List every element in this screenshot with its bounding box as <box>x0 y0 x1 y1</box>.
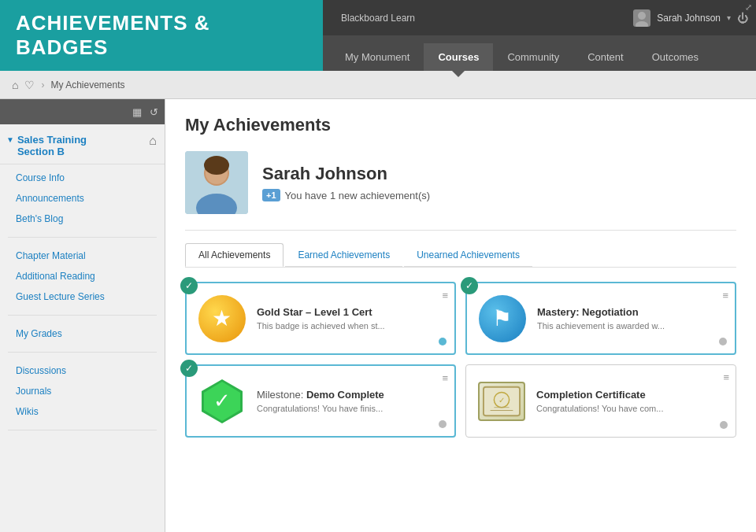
svg-text:✓: ✓ <box>213 389 231 412</box>
certificate-menu-icon[interactable]: ≡ <box>723 371 729 383</box>
mastery-title: Mastery: Negotiation <box>537 306 725 318</box>
certificate-title: Completion Certificate <box>536 389 726 401</box>
sidebar-grades-section: My Grades <box>0 320 165 347</box>
mastery-earned-check: ✓ <box>461 277 478 294</box>
sidebar-course-title[interactable]: Sales TrainingSection B <box>17 134 149 157</box>
sidebar-item-discussions[interactable]: Discussions <box>0 360 165 381</box>
milestone-label: Milestone: <box>257 389 306 401</box>
sidebar-divider-1 <box>8 237 157 238</box>
sidebar-item-announcements[interactable]: Announcements <box>0 188 165 209</box>
sidebar-item-chapter-material[interactable]: Chapter Material <box>0 246 165 266</box>
user-avatar-small <box>633 9 650 27</box>
tab-bar: All Achievements Earned Achievements Une… <box>185 243 736 268</box>
gold-star-desc: This badge is achieved when st... <box>257 321 445 331</box>
svg-point-0 <box>638 12 646 20</box>
gold-star-title: Gold Star – Level 1 Cert <box>257 306 445 318</box>
svg-point-6 <box>204 156 229 175</box>
profile-info: Sarah Johnson +1 You have 1 new achievem… <box>262 164 430 201</box>
sidebar-course-arrow[interactable]: ▼ <box>6 135 14 144</box>
sidebar-item-journals[interactable]: Journals <box>0 381 165 401</box>
sidebar-item-wikis[interactable]: Wikis <box>0 401 165 422</box>
sidebar-divider-4 <box>8 430 157 430</box>
sidebar-item-my-grades[interactable]: My Grades <box>0 323 165 344</box>
sidebar-community-section: Discussions Journals Wikis <box>0 357 165 425</box>
main-layout: ▦ ↺ ▼ Sales TrainingSection B ⌂ Course I… <box>0 99 756 532</box>
user-name-top: Sarah Johnson <box>657 13 721 24</box>
blue-badge-icon: ⚑ <box>479 295 526 342</box>
gold-star-menu-icon[interactable]: ≡ <box>442 290 448 301</box>
content-area: My Achievements Sarah Johnson +1 You hav… <box>165 99 756 532</box>
achievement-card-certificate: ✓ Completion Certificate Congratulations… <box>465 364 736 438</box>
mastery-icon-wrap: ⚑ <box>476 293 528 344</box>
mastery-info: Mastery: Negotiation This achievement is… <box>537 306 725 331</box>
nav-item-outcomes[interactable]: Outcomes <box>638 43 713 71</box>
sidebar-divider-3 <box>8 352 157 353</box>
power-icon[interactable]: ⏻ <box>737 12 748 24</box>
breadcrumb-page: My Achievements <box>50 79 124 91</box>
milestone-desc: Congratulations! You have finis... <box>257 404 445 413</box>
tab-earned-achievements[interactable]: Earned Achievements <box>285 244 402 267</box>
certificate-badge-icon: ✓ <box>478 382 525 421</box>
plus-one-badge: +1 <box>262 189 280 201</box>
milestone-icon-wrap: ✓ <box>196 375 247 427</box>
sidebar-item-additional-reading[interactable]: Additional Reading <box>0 266 165 286</box>
achievement-card-mastery: ✓ ⚑ Mastery: Negotiation This achievemen… <box>465 282 736 355</box>
milestone-earned-check: ✓ <box>180 360 198 377</box>
sidebar-course-header: ▼ Sales TrainingSection B ⌂ <box>0 124 165 164</box>
user-dropdown-arrow[interactable]: ▾ <box>727 13 731 22</box>
certificate-icon-wrap: ✓ <box>476 375 527 427</box>
blue-flag-symbol: ⚑ <box>492 305 512 331</box>
mastery-menu-icon[interactable]: ≡ <box>722 290 728 301</box>
achievements-grid: ✓ ★ Gold Star – Level 1 Cert This badge … <box>185 282 736 438</box>
sidebar-item-beths-blog[interactable]: Beth's Blog <box>0 209 165 229</box>
user-area: Sarah Johnson ▾ ⏻ <box>633 9 748 27</box>
sidebar-grid-icon[interactable]: ▦ <box>132 106 142 118</box>
new-achievement-badge: +1 You have 1 new achievement(s) <box>262 189 430 201</box>
profile-avatar <box>185 151 248 214</box>
favorite-breadcrumb-icon[interactable]: ♡ <box>24 79 35 91</box>
gold-star-info: Gold Star – Level 1 Cert This badge is a… <box>257 306 445 331</box>
tab-unearned-achievements[interactable]: Unearned Achievements <box>404 244 532 267</box>
profile-name: Sarah Johnson <box>262 164 430 184</box>
sidebar-divider-2 <box>8 315 157 316</box>
nav-item-courses[interactable]: Courses <box>424 43 493 71</box>
sidebar-content-section: Chapter Material Additional Reading Gues… <box>0 242 165 310</box>
certificate-status-dot <box>720 421 728 429</box>
achievement-card-milestone: ✓ ✓ Milestone: Demo Complete Congratu <box>185 364 456 438</box>
nav-item-content[interactable]: Content <box>573 43 638 71</box>
mastery-status-dot <box>719 338 727 345</box>
mastery-desc: This achievement is awarded w... <box>537 321 725 331</box>
achievement-message: You have 1 new achievement(s) <box>285 190 431 201</box>
gold-star-status-dot <box>439 338 447 345</box>
home-breadcrumb-icon[interactable]: ⌂ <box>12 79 18 91</box>
svg-point-1 <box>636 21 648 27</box>
sidebar-nav-section: Course Info Announcements Beth's Blog <box>0 164 165 232</box>
gold-star-symbol: ★ <box>212 308 232 330</box>
sidebar-home-icon[interactable]: ⌂ <box>149 134 157 148</box>
sidebar-refresh-icon[interactable]: ↺ <box>150 106 158 118</box>
nav-item-community[interactable]: Community <box>493 43 573 71</box>
milestone-menu-icon[interactable]: ≡ <box>442 372 448 384</box>
achievements-banner: ACHIEVEMENTS & BADGES <box>0 0 323 71</box>
sidebar-item-guest-lecture[interactable]: Guest Lecture Series <box>0 286 165 307</box>
svg-text:✓: ✓ <box>498 395 505 404</box>
breadcrumb-bar: ⌂ ♡ › My Achievements <box>0 71 756 99</box>
milestone-value: Demo Complete <box>306 389 384 401</box>
gold-star-earned-check: ✓ <box>180 277 198 294</box>
profile-divider <box>185 230 736 231</box>
gold-star-icon-wrap: ★ <box>196 293 247 344</box>
app-title: Blackboard Learn <box>341 13 415 24</box>
nav-item-monument[interactable]: My Monument <box>331 43 424 71</box>
achievement-card-gold-star: ✓ ★ Gold Star – Level 1 Cert This badge … <box>185 282 456 355</box>
gold-badge-icon: ★ <box>198 295 246 342</box>
banner-title: ACHIEVEMENTS & BADGES <box>16 11 307 60</box>
milestone-title: Milestone: Demo Complete <box>257 389 445 401</box>
milestone-info: Milestone: Demo Complete Congratulations… <box>257 389 445 413</box>
sidebar-item-course-info[interactable]: Course Info <box>0 168 165 188</box>
breadcrumb-separator: › <box>41 79 44 91</box>
tab-all-achievements[interactable]: All Achievements <box>185 243 284 267</box>
profile-row: Sarah Johnson +1 You have 1 new achievem… <box>185 151 736 214</box>
certificate-info: Completion Certificate Congratulations! … <box>536 389 726 413</box>
resize-icon: ⤢ <box>745 2 752 13</box>
milestone-status-dot <box>439 420 447 428</box>
